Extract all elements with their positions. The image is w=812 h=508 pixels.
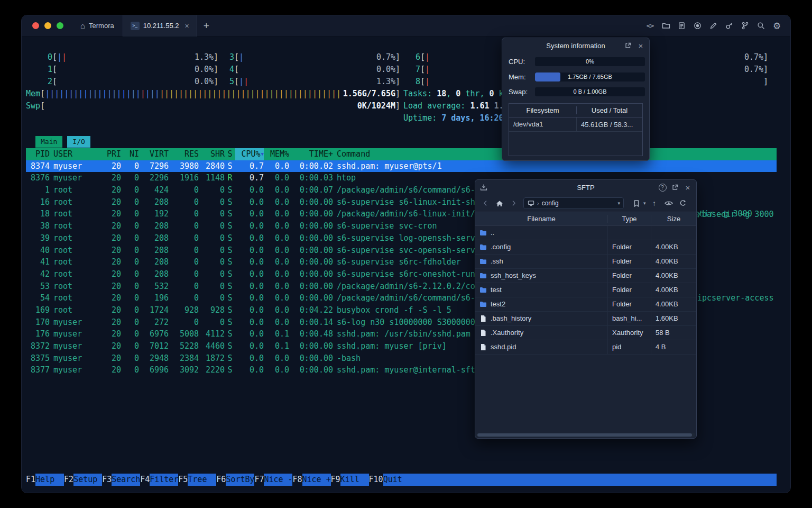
breadcrumb-separator: › xyxy=(537,200,539,206)
column-size[interactable]: Size xyxy=(651,215,696,223)
column-pid[interactable]: PID xyxy=(26,148,50,160)
filename-text: ssh_host_keys xyxy=(491,269,536,283)
cell-shr: 0 xyxy=(199,232,225,244)
horizontal-scrollbar[interactable] xyxy=(476,433,695,437)
close-window-button[interactable] xyxy=(32,22,39,29)
tab-termora[interactable]: ⌂ Termora xyxy=(72,15,123,37)
help-icon[interactable]: ? xyxy=(656,180,669,195)
filename-text: .ssh xyxy=(491,255,503,268)
fkey-f7[interactable]: F7Nice - xyxy=(254,474,292,486)
cpu-meter-row-3: 2[0.0%] 5[||1.3%] 8[|] xyxy=(22,76,790,88)
record-icon[interactable] xyxy=(691,20,704,32)
refresh-icon[interactable] xyxy=(677,197,689,209)
zoom-window-button[interactable] xyxy=(57,22,63,29)
fkey-number: F3 xyxy=(102,474,112,486)
cell-time: 0:00.07 xyxy=(289,184,333,196)
sftp-file-row[interactable]: .. xyxy=(475,226,696,240)
cell-cpu: 0.0 xyxy=(235,304,264,316)
fkey-f9[interactable]: F9Kill xyxy=(331,474,369,486)
fkey-label: Tree xyxy=(188,474,216,486)
cell-mem: 0.0 xyxy=(264,220,289,232)
back-icon[interactable] xyxy=(479,197,491,209)
column-ni[interactable]: NI xyxy=(121,148,139,160)
fkey-f4[interactable]: F4Filter xyxy=(140,474,178,486)
sftp-file-row[interactable]: ssh_host_keysFolder4.00KB xyxy=(475,269,696,283)
fkey-f5[interactable]: F5Tree xyxy=(178,474,216,486)
column-state[interactable]: S xyxy=(225,148,235,160)
fkey-f3[interactable]: F3Search xyxy=(102,474,140,486)
home-icon[interactable] xyxy=(494,197,505,209)
process-table-header[interactable]: PID USER PRI NI VIRT RES SHR S CPU%▼ MEM… xyxy=(26,148,777,160)
sftp-file-row[interactable]: testFolder4.00KB xyxy=(475,283,696,297)
column-shr[interactable]: SHR xyxy=(199,148,225,160)
minimize-window-button[interactable] xyxy=(44,22,51,29)
open-in-window-icon[interactable] xyxy=(669,180,681,195)
filesystem-row[interactable]: /dev/vda145.61GB / 58.3... xyxy=(509,117,642,132)
folder-icon[interactable] xyxy=(660,20,672,32)
cell-cpu: 0.0 xyxy=(235,292,264,304)
sftp-panel: SFTP ? × › config ▾ xyxy=(475,179,697,439)
bookmark-dropdown-icon[interactable]: ▾ xyxy=(643,201,646,206)
new-tab-button[interactable]: + xyxy=(197,15,216,37)
column-mem[interactable]: MEM% xyxy=(264,148,289,160)
column-filesystem: Filesystem xyxy=(509,106,577,114)
column-filename[interactable]: Filename xyxy=(475,215,608,223)
column-virt[interactable]: VIRT xyxy=(139,148,169,160)
sftp-file-row[interactable]: .sshFolder4.00KB xyxy=(475,255,696,269)
cell-state: S xyxy=(225,196,235,208)
sftp-file-row[interactable]: .XauthorityXauthority58 B xyxy=(475,326,696,340)
log-icon[interactable] xyxy=(676,20,688,32)
fkey-number: F10 xyxy=(369,474,383,486)
process-row-selected[interactable]: 8374myuser200729639802840S0.70.00:00.02s… xyxy=(26,160,777,173)
code-icon[interactable]: <> xyxy=(644,20,656,32)
htop-tab-io[interactable]: I/O xyxy=(67,136,90,148)
cell-type: Folder xyxy=(608,269,651,283)
parent-directory-icon[interactable]: ↑ xyxy=(649,197,660,209)
forward-icon[interactable] xyxy=(508,197,520,209)
transfers-icon[interactable] xyxy=(477,180,490,195)
cell-filename: .config xyxy=(475,240,608,254)
tab-session[interactable]: >_ 10.211.55.2 × xyxy=(123,15,197,37)
bookmark-control[interactable]: ▾ xyxy=(631,197,646,209)
key-icon[interactable] xyxy=(723,20,735,32)
path-dropdown-icon[interactable]: ▾ xyxy=(617,201,620,206)
cell-pri: 20 xyxy=(94,220,121,232)
column-pri[interactable]: PRI xyxy=(94,148,121,160)
fkey-label: Search xyxy=(112,474,140,486)
cell-pri: 20 xyxy=(94,304,121,316)
fkey-f2[interactable]: F2Setup xyxy=(64,474,102,486)
fkey-f10[interactable]: F10Quit xyxy=(369,474,412,486)
close-tab-icon[interactable]: × xyxy=(184,22,189,30)
edit-icon[interactable] xyxy=(707,20,719,32)
column-cpu-sorted[interactable]: CPU%▼ xyxy=(235,148,264,160)
sftp-table-header[interactable]: Filename Type Size xyxy=(475,212,696,226)
settings-icon[interactable]: ⚙ xyxy=(771,20,783,32)
column-res[interactable]: RES xyxy=(169,148,199,160)
column-time[interactable]: TIME+ xyxy=(289,148,333,160)
cell-pri: 20 xyxy=(94,172,121,184)
scrollbar-thumb[interactable] xyxy=(477,433,692,437)
sftp-file-row[interactable]: .bash_historybash_hi...1.60KB xyxy=(475,312,696,326)
system-information-panel: System information × CPU:0%Mem:1.75GB / … xyxy=(502,38,650,161)
sftp-file-row[interactable]: test2Folder4.00KB xyxy=(475,297,696,312)
sftp-file-row[interactable]: sshd.pidpid4 B xyxy=(475,340,696,355)
close-panel-icon[interactable]: × xyxy=(634,38,647,53)
fkey-f1[interactable]: F1Help xyxy=(26,474,64,486)
cell-mem: 0.0 xyxy=(264,280,289,293)
fkey-f6[interactable]: F6SortBy xyxy=(216,474,254,486)
search-icon[interactable] xyxy=(755,20,767,32)
open-in-window-icon[interactable] xyxy=(622,38,634,53)
close-panel-icon[interactable]: × xyxy=(681,180,694,195)
htop-tab-main[interactable]: Main xyxy=(35,136,62,148)
path-breadcrumb[interactable]: › config ▾ xyxy=(523,197,624,209)
progress-text: 0% xyxy=(535,57,645,66)
column-type[interactable]: Type xyxy=(608,215,651,223)
column-user[interactable]: USER xyxy=(53,148,94,160)
sftp-file-row[interactable]: .configFolder4.00KB xyxy=(475,240,696,255)
show-hidden-icon[interactable] xyxy=(663,197,675,209)
fkey-f8[interactable]: F8Nice + xyxy=(292,474,330,486)
branch-icon[interactable] xyxy=(739,20,751,32)
cell-res: 0 xyxy=(169,268,199,280)
bookmark-icon[interactable] xyxy=(631,197,642,209)
fkey-number: F9 xyxy=(331,474,340,486)
